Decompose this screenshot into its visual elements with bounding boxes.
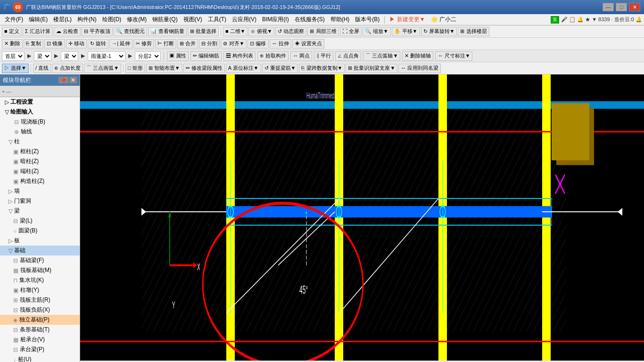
btn-select[interactable]: ▷ 选择▼ bbox=[2, 64, 29, 73]
sidebar-close[interactable]: ✕ bbox=[69, 77, 77, 83]
btn-dimension[interactable]: ↔ 尺寸标注▼ bbox=[435, 51, 472, 61]
menu-draw[interactable]: 绘图(D) bbox=[99, 15, 124, 25]
menu-floor[interactable]: 楼层(L) bbox=[50, 15, 74, 25]
btn-break[interactable]: ⊢ 打断 bbox=[155, 39, 176, 49]
sidebar-item-found-beam[interactable]: ⊟ 基础梁(F) bbox=[0, 255, 80, 265]
btn-dynamic[interactable]: ↺ 动态观察 bbox=[275, 27, 306, 36]
btn-cloud-check[interactable]: ☁ 云检查 bbox=[54, 27, 81, 36]
btn-modify-seg[interactable]: ✏ 修改梁段属性 bbox=[183, 64, 225, 73]
btn-pick[interactable]: ⊕ 拾取构件 bbox=[257, 51, 289, 61]
sidebar-item-foundation[interactable]: ▽ 基础 bbox=[0, 246, 80, 255]
btn-batch-id[interactable]: ⊞ 批量识别梁支座▼ bbox=[346, 64, 397, 73]
btn-view-rebar[interactable]: 📊 查看钢筋量 bbox=[148, 27, 187, 36]
close-button[interactable]: ✕ bbox=[629, 3, 640, 11]
btn-copy-span[interactable]: ⎘ 梁跨数据复制▼ bbox=[299, 64, 345, 73]
btn-merge[interactable]: ⊞ 合并 bbox=[177, 39, 198, 49]
sidebar-item-settings[interactable]: ▷ 工程设置 bbox=[0, 97, 80, 107]
sidebar-item-raft-main[interactable]: ⊞ 筏板主筋(R) bbox=[0, 295, 80, 305]
btn-offset[interactable]: ⊡ 偏移 bbox=[248, 39, 268, 49]
btn-smart[interactable]: ⊞ 智能布置▼ bbox=[146, 64, 182, 73]
btn-arc-axis[interactable]: ⌒ 三点弧轴▼ bbox=[363, 51, 400, 61]
btn-repick-rebar[interactable]: ↺ 重提梁筋▼ bbox=[262, 64, 298, 73]
sidebar-item-slab2[interactable]: ▷ 板 bbox=[0, 236, 80, 246]
btn-del-axis[interactable]: ✕ 删除辅轴 bbox=[402, 51, 433, 61]
btn-two-point[interactable]: ↔ 两点 bbox=[290, 51, 312, 61]
sidebar-item-column[interactable]: ▽ 柱 bbox=[0, 137, 80, 147]
menu-view[interactable]: 视图(V) bbox=[181, 15, 205, 25]
btn-partial-3d[interactable]: ⊞ 局部三维 bbox=[307, 27, 339, 36]
btn-find[interactable]: 🔍 查找图元 bbox=[114, 27, 147, 36]
btn-parallel[interactable]: ∥ 平行 bbox=[314, 51, 333, 61]
sidebar-item-beam-round[interactable]: ○ 圆梁(B) bbox=[0, 226, 80, 236]
btn-arc[interactable]: ⌒ 三点画弧▼ bbox=[84, 64, 121, 73]
menu-guangxiao[interactable]: 🌟 广小二 bbox=[428, 15, 459, 25]
sidebar-item-wall[interactable]: ▷ 墙 bbox=[0, 186, 80, 196]
btn-pan[interactable]: ✋ 平移▼ bbox=[392, 27, 420, 36]
minimize-button[interactable]: — bbox=[603, 3, 614, 11]
btn-select-floor[interactable]: ⊞ 选择楼层 bbox=[458, 27, 489, 36]
btn-member-list[interactable]: ☰ 构件列表 bbox=[223, 51, 256, 61]
sidebar-item-beam-l[interactable]: ⊟ 梁(L) bbox=[0, 216, 80, 226]
sidebar-item-col-base[interactable]: ▣ 柱墩(Y) bbox=[0, 285, 80, 295]
sidebar-item-frame-col[interactable]: ▣ 框柱(Z) bbox=[0, 147, 80, 156]
sidebar-item-raft-neg[interactable]: ⊟ 筏板负筋(X) bbox=[0, 305, 80, 315]
type1-select[interactable]: 梁 bbox=[34, 51, 51, 61]
type2-select[interactable]: 梁 bbox=[61, 51, 78, 61]
btn-grip[interactable]: ◈ 设置夹点 bbox=[292, 39, 324, 49]
sidebar-item-pit[interactable]: ⊓ 集水坑(K) bbox=[0, 275, 80, 285]
btn-align-slab[interactable]: ⊟ 平齐板顶 bbox=[82, 27, 113, 36]
btn-mirror[interactable]: ⊡ 镜像 bbox=[44, 39, 65, 49]
btn-align[interactable]: ⊜ 对齐▼ bbox=[221, 39, 247, 49]
btn-split[interactable]: ⊟ 分割 bbox=[199, 39, 220, 49]
sidebar-item-beam[interactable]: ▽ 梁 bbox=[0, 206, 80, 216]
btn-rotate[interactable]: ↻ 旋转 bbox=[88, 39, 108, 49]
btn-rotate-screen[interactable]: ↻ 屏幕旋转▼ bbox=[421, 27, 457, 36]
btn-trim[interactable]: ✂ 修剪 bbox=[133, 39, 154, 49]
btn-inline-note[interactable]: A 原位标注▼ bbox=[226, 64, 261, 73]
menu-bim[interactable]: BIM应用(I) bbox=[259, 15, 292, 25]
sidebar-item-cap-beam[interactable]: ⊟ 承台梁(P) bbox=[0, 345, 80, 354]
btn-stretch[interactable]: ↔ 拉伸 bbox=[270, 39, 291, 49]
floor-select[interactable]: 首层 bbox=[2, 51, 25, 61]
sidebar-item-pile[interactable]: ↓ 桩(U) bbox=[0, 354, 80, 362]
drawing-canvas[interactable]: 45° bbox=[80, 74, 644, 361]
btn-delete[interactable]: ✕ 删除 bbox=[2, 39, 23, 49]
menu-file[interactable]: 文件(F) bbox=[2, 15, 26, 25]
menu-help[interactable]: 帮助(H) bbox=[328, 15, 353, 25]
sidebar-item-drawing[interactable]: ▽ 绘图输入 bbox=[0, 107, 80, 117]
menu-modify[interactable]: 修改(M) bbox=[124, 15, 149, 25]
member-select[interactable]: 雨蓬梁-1 bbox=[88, 51, 125, 61]
maximize-button[interactable]: □ bbox=[616, 3, 627, 11]
sidebar-pin[interactable]: 📌 bbox=[58, 77, 68, 83]
sidebar-item-struct-col[interactable]: ▣ 构造柱(Z) bbox=[0, 176, 80, 186]
btn-rect[interactable]: □ 矩形 bbox=[125, 64, 145, 73]
menu-version[interactable]: 版本号(B) bbox=[352, 15, 382, 25]
btn-edit-rebar[interactable]: ✏ 编辑钢筋 bbox=[190, 51, 222, 61]
btn-calculate[interactable]: Σ 汇总计算 bbox=[23, 27, 53, 36]
btn-define[interactable]: ■ 定义 bbox=[2, 27, 22, 36]
btn-batch-select[interactable]: ⊞ 批量选择 bbox=[188, 27, 219, 36]
menu-tools[interactable]: 工具(T) bbox=[205, 15, 229, 25]
btn-point-len[interactable]: ⊕ 点加长度 bbox=[52, 64, 83, 73]
btn-move[interactable]: ✛ 移动 bbox=[66, 39, 87, 49]
menu-online[interactable]: 在线服务(S) bbox=[292, 15, 328, 25]
btn-extend[interactable]: →| 延伸 bbox=[109, 39, 132, 49]
btn-2d[interactable]: ■ 二维▼ bbox=[223, 27, 248, 36]
btn-apply-same[interactable]: ↔ 应用到同名梁 bbox=[398, 64, 441, 73]
menu-edit[interactable]: 编辑(E) bbox=[26, 15, 50, 25]
sidebar-item-slab[interactable]: ⊟ 现浇板(B) bbox=[0, 117, 80, 127]
sidebar-item-end-col[interactable]: ▣ 端柱(Z) bbox=[0, 166, 80, 176]
btn-line[interactable]: / 直线 bbox=[33, 64, 51, 73]
btn-copy[interactable]: ⎘ 复制 bbox=[24, 39, 43, 49]
sidebar-item-dark-col[interactable]: ▣ 暗柱(Z) bbox=[0, 156, 80, 166]
sidebar-item-axis[interactable]: ⊕ 轴线 bbox=[0, 127, 80, 137]
btn-top-view[interactable]: ⊙ 俯视▼ bbox=[248, 27, 274, 36]
sidebar-item-raft[interactable]: ▦ 筏板基础(M) bbox=[0, 265, 80, 275]
sidebar-item-pile-cap[interactable]: ▦ 桩承台(V) bbox=[0, 335, 80, 345]
menu-member[interactable]: 构件(N) bbox=[74, 15, 99, 25]
btn-fullscreen[interactable]: ⛶ 全屏 bbox=[340, 27, 362, 36]
btn-property[interactable]: ▣ 属性 bbox=[167, 51, 189, 61]
btn-zoom[interactable]: 🔍 缩放▼ bbox=[363, 27, 391, 36]
btn-point-angle[interactable]: ∠ 点点角 bbox=[335, 51, 361, 61]
layer-select[interactable]: 分层2 bbox=[135, 51, 161, 61]
